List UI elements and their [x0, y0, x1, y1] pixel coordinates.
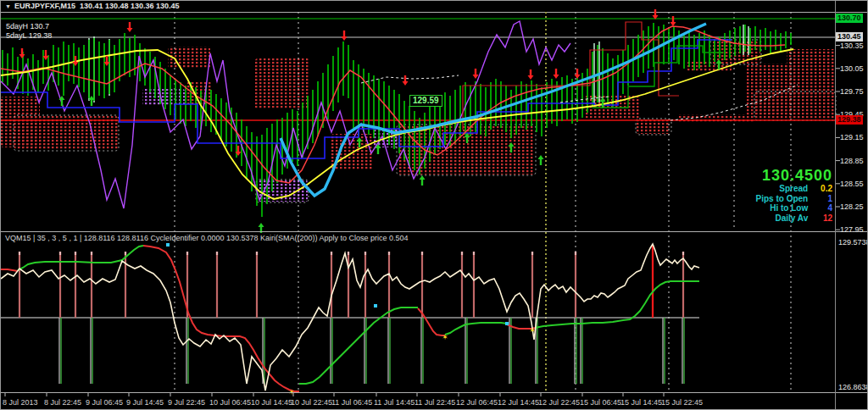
indicator-tick-label: 126.8638	[838, 383, 868, 391]
price-tick-label: 129.75	[840, 87, 864, 96]
svg-text:✶: ✶	[442, 333, 448, 341]
price-level-box: 130.70	[836, 14, 863, 23]
spread-label: Spread	[779, 184, 808, 193]
mid-price-badge: 129.59	[409, 95, 442, 107]
price-tick-label: 129.15	[840, 133, 864, 141]
price-tick-label: 127.95	[840, 225, 864, 234]
daily-av-row: Daily Av 12	[756, 213, 832, 224]
time-tick-label: 8 Jul 2013	[3, 398, 38, 407]
price-tick-label: 130.35	[840, 42, 864, 50]
pips-to-open-label: Pips to Open	[756, 194, 809, 203]
time-tick-label: 11 Jul 14:45	[374, 398, 415, 407]
price-tick-label: 128.85	[840, 157, 864, 165]
time-tick-label: 9 Jul 06:45	[86, 398, 123, 407]
time-tick-label: 10 Jul 22:45	[291, 398, 332, 407]
time-tick-label: 10 Jul 06:45	[209, 398, 251, 407]
time-tick-label: 15 Jul 14:45	[620, 398, 662, 407]
daily-av-label: Daily Av	[775, 213, 808, 223]
time-tick-label: 9 Jul 22:45	[168, 398, 205, 407]
pane-separator-upper[interactable]	[1, 231, 868, 232]
pips-to-open-value: 1	[810, 194, 832, 204]
price-tick-label: 128.55	[840, 180, 864, 188]
chart-canvas[interactable]: ✶✶✶	[1, 1, 868, 410]
svg-text:✶: ✶	[529, 326, 536, 335]
pips-to-open-row: Pips to Open 1	[756, 194, 832, 204]
mt4-chart-window: ▼EURJPYFXF,M15 130.41 130.48 130.36 130.…	[0, 0, 868, 410]
price-level-box: 130.45	[836, 32, 863, 42]
time-tick-label: 12 Jul 06:45	[456, 398, 498, 407]
time-tick-label: 12 Jul 14:45	[498, 398, 539, 407]
daily-av-value: 12	[810, 213, 832, 224]
indicator-title-label: VQM15 | 35 , 3 , 5 , 1 | 128.8116 128.81…	[5, 234, 409, 242]
price-axis[interactable]: 130.35130.05129.75129.45129.15128.85128.…	[836, 1, 868, 410]
time-tick-label: 12 Jul 22:45	[538, 398, 580, 407]
quote-info-panel: 130.4500 Spread 0.2 Pips to Open 1 Hi to…	[756, 167, 832, 223]
spread-value: 0.2	[810, 184, 832, 194]
price-tick-label: 128.25	[840, 202, 864, 211]
time-tick-label: 15 Jul 06:45	[580, 398, 621, 407]
indicator-tick-label: 129.5738	[838, 238, 868, 247]
price-tick-label: 130.05	[840, 64, 864, 73]
hi-to-low-label: Hi to Low	[770, 203, 808, 213]
time-tick-label: 10 Jul 14:45	[251, 398, 292, 407]
time-tick-label: 11 Jul 06:45	[331, 398, 372, 407]
time-tick-label: 8 Jul 22:45	[44, 398, 81, 407]
time-tick-label: 11 Jul 22:45	[415, 398, 455, 407]
hi-to-low-value: 4	[810, 203, 832, 213]
time-tick-label: 9 Jul 14:45	[126, 398, 164, 407]
hi-to-low-row: Hi to Low 4	[756, 203, 832, 213]
spread-row: Spread 0.2	[756, 184, 832, 194]
price-level-box: 129.38	[836, 115, 863, 125]
time-tick-label: 15 Jul 22:45	[661, 398, 703, 407]
time-axis[interactable]: 8 Jul 20138 Jul 22:459 Jul 06:459 Jul 14…	[1, 393, 868, 410]
current-price-readout: 130.4500	[756, 167, 832, 184]
